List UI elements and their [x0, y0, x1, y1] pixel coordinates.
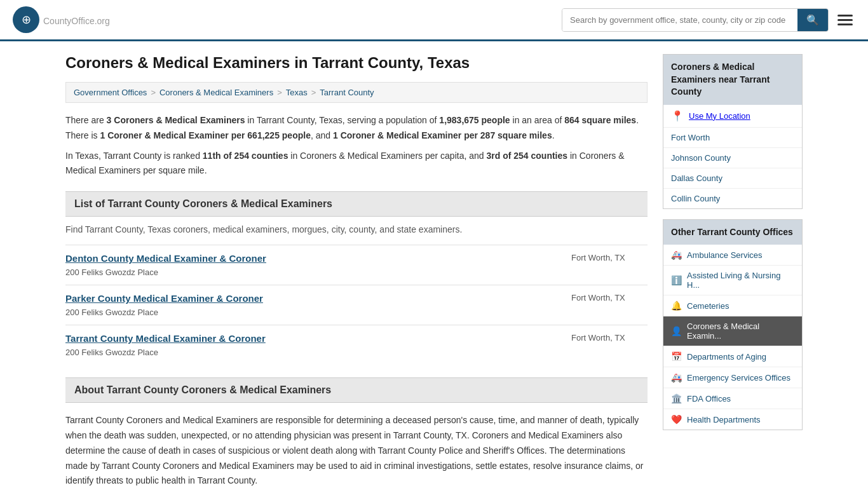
other-office-link[interactable]: Ambulance Services [687, 250, 763, 260]
breadcrumb-gov-offices[interactable]: Government Offices [74, 88, 147, 97]
other-office-item[interactable]: 👤Coroners & Medical Examin... [663, 316, 802, 346]
office-item: Tarrant County Medical Examiner & Corone… [65, 325, 648, 365]
office-city: Fort Worth, TX [571, 293, 648, 302]
office-item: Denton County Medical Examiner & Coroner… [65, 245, 648, 285]
nearby-link-item[interactable]: Dallas County [663, 168, 802, 189]
use-location-link[interactable]: Use My Location [689, 111, 750, 121]
office-row: Tarrant County Medical Examiner & Corone… [65, 333, 648, 357]
rank-sqmile: 3rd of 254 counties [486, 151, 567, 161]
nearby-box: Coroners & Medical Examiners near Tarran… [663, 54, 803, 209]
sidebar-office-icon: 🚑 [671, 250, 682, 260]
breadcrumb-coroners[interactable]: Coroners & Medical Examiners [159, 88, 273, 97]
nearby-title: Coroners & Medical Examiners near Tarran… [663, 55, 802, 105]
sidebar-office-icon: 📅 [671, 351, 682, 362]
nearby-link[interactable]: Johnson County [671, 153, 731, 163]
other-office-link[interactable]: Coroners & Medical Examin... [687, 322, 794, 341]
sidebar-office-icon: ❤️ [671, 414, 682, 424]
menu-button[interactable] [835, 12, 855, 28]
other-office-item[interactable]: ❤️Health Departments [663, 409, 802, 430]
description-block: There are 3 Coroners & Medical Examiners… [65, 113, 648, 179]
breadcrumb-sep-1: > [151, 88, 156, 97]
other-office-link[interactable]: Assisted Living & Nursing H... [687, 271, 794, 290]
list-section-header: List of Tarrant County Coroners & Medica… [65, 191, 648, 217]
other-office-item[interactable]: 🏛️FDA Offices [663, 388, 802, 409]
office-address: 200 Feliks Gwozdz Place [65, 348, 266, 357]
site-header: ⊕ CountyOffice.org 🔍 [0, 0, 868, 41]
logo-icon: ⊕ [13, 6, 39, 33]
per-capita: 1 Coroner & Medical Examiner per 661,225… [100, 130, 310, 140]
office-city: Fort Worth, TX [571, 333, 648, 342]
sidebar: Coroners & Medical Examiners near Tarran… [663, 54, 803, 488]
office-list: Denton County Medical Examiner & Coroner… [65, 245, 648, 365]
other-office-link[interactable]: FDA Offices [687, 394, 731, 403]
search-bar: 🔍 [562, 8, 829, 32]
other-office-link[interactable]: Health Departments [687, 415, 761, 424]
office-row: Parker County Medical Examiner & Coroner… [65, 293, 648, 317]
other-office-item[interactable]: 🔔Cemeteries [663, 295, 802, 316]
other-title: Other Tarrant County Offices [663, 220, 802, 245]
nearby-link-item[interactable]: Collin County [663, 189, 802, 208]
per-sqmile: 1 Coroner & Medical Examiner per 287 squ… [333, 130, 552, 140]
breadcrumb-tarrant[interactable]: Tarrant County [320, 88, 374, 97]
nearby-links: Fort WorthJohnson CountyDallas CountyCol… [663, 128, 802, 208]
other-office-item[interactable]: 📅Departments of Aging [663, 346, 802, 367]
rank-capita: 11th of 254 counties [203, 151, 288, 161]
logo-name: CountyOffice [43, 16, 95, 26]
main-container: Coroners & Medical Examiners in Tarrant … [53, 41, 815, 488]
other-office-link[interactable]: Departments of Aging [687, 352, 766, 362]
type: Coroners & Medical Examiners [114, 115, 245, 125]
office-name[interactable]: Parker County Medical Examiner & Coroner [65, 293, 263, 304]
nearby-link-item[interactable]: Johnson County [663, 148, 802, 168]
logo-ext: .org [95, 16, 110, 26]
sidebar-office-icon: 🏛️ [671, 393, 682, 403]
about-section-header: About Tarrant County Coroners & Medical … [65, 377, 648, 403]
nearby-link[interactable]: Fort Worth [671, 133, 710, 142]
list-section-desc: Find Tarrant County, Texas coroners, med… [65, 224, 648, 234]
county: Tarrant County, Texas [257, 115, 342, 125]
location-dot-icon: 📍 [671, 110, 684, 122]
office-address: 200 Feliks Gwozdz Place [65, 308, 263, 317]
sidebar-office-icon: 👤 [671, 326, 682, 336]
office-name[interactable]: Denton County Medical Examiner & Coroner [65, 253, 266, 264]
other-office-item[interactable]: ℹ️Assisted Living & Nursing H... [663, 266, 802, 295]
menu-line-3 [837, 24, 853, 25]
search-button[interactable]: 🔍 [797, 9, 828, 31]
office-address: 200 Feliks Gwozdz Place [65, 268, 266, 277]
breadcrumb-sep-2: > [277, 88, 282, 97]
area: 864 square miles [564, 115, 636, 125]
other-links: 🚑Ambulance Servicesℹ️Assisted Living & N… [663, 245, 802, 430]
header-right: 🔍 [562, 8, 855, 32]
count: 3 [107, 115, 112, 125]
other-office-item[interactable]: 🚑Ambulance Services [663, 245, 802, 266]
sidebar-office-icon: 🔔 [671, 301, 682, 311]
sidebar-office-icon: 🚑 [671, 372, 682, 383]
population: 1,983,675 people [439, 115, 510, 125]
content-area: Coroners & Medical Examiners in Tarrant … [65, 54, 648, 488]
nearby-link-item[interactable]: Fort Worth [663, 128, 802, 148]
about-text: Tarrant County Coroners and Medical Exam… [65, 410, 648, 488]
menu-line-2 [837, 19, 853, 21]
office-name[interactable]: Tarrant County Medical Examiner & Corone… [65, 333, 266, 344]
office-row: Denton County Medical Examiner & Coroner… [65, 253, 648, 277]
breadcrumb-sep-3: > [311, 88, 316, 97]
use-location-button[interactable]: 📍 Use My Location [663, 105, 802, 128]
office-item: Parker County Medical Examiner & Coroner… [65, 285, 648, 325]
nearby-link[interactable]: Dallas County [671, 173, 722, 183]
menu-line-1 [837, 15, 853, 17]
page-title: Coroners & Medical Examiners in Tarrant … [65, 54, 648, 72]
logo-area: ⊕ CountyOffice.org [13, 6, 110, 33]
other-office-link[interactable]: Emergency Services Offices [687, 373, 790, 383]
nearby-link[interactable]: Collin County [671, 194, 720, 203]
logo-text: CountyOffice.org [43, 13, 110, 27]
other-office-link[interactable]: Cemeteries [687, 301, 729, 311]
other-offices-box: Other Tarrant County Offices 🚑Ambulance … [663, 219, 803, 431]
breadcrumb: Government Offices > Coroners & Medical … [65, 82, 648, 103]
search-input[interactable] [562, 9, 797, 31]
office-city: Fort Worth, TX [571, 253, 648, 262]
other-office-item[interactable]: 🚑Emergency Services Offices [663, 367, 802, 388]
sidebar-office-icon: ℹ️ [671, 275, 682, 285]
breadcrumb-texas[interactable]: Texas [286, 88, 308, 97]
